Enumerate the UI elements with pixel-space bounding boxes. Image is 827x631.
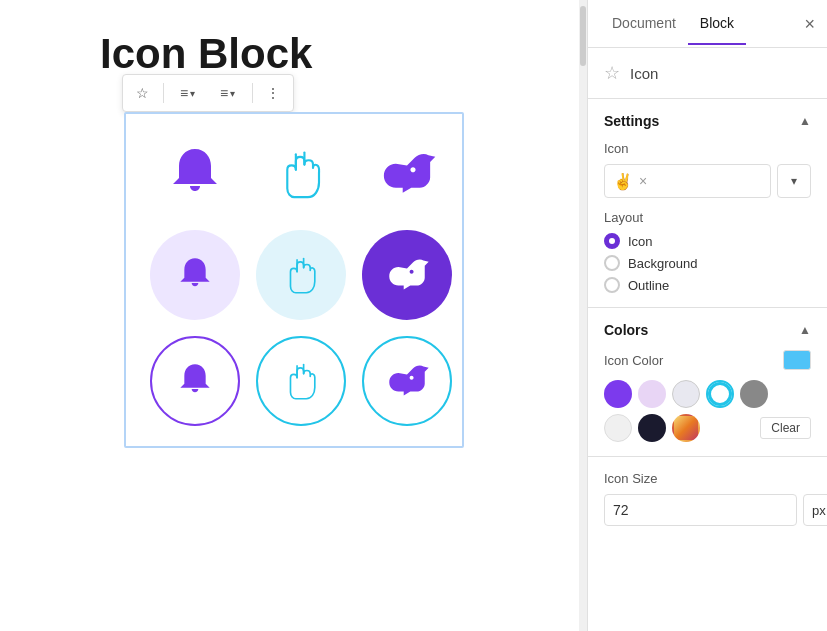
- peace-plain: [261, 134, 341, 214]
- scrollbar[interactable]: [579, 0, 587, 631]
- size-unit-selector[interactable]: px ▾: [803, 494, 827, 526]
- canvas-area: Icon Block ☆ ≡ ▾ ≡ ▾ ⋮: [0, 0, 587, 631]
- radio-background[interactable]: [604, 255, 620, 271]
- swatch-white[interactable]: [604, 414, 632, 442]
- size-input[interactable]: [604, 494, 797, 526]
- bell-plain: [155, 134, 235, 214]
- icon-dropdown-button[interactable]: ▾: [777, 164, 811, 198]
- icon-header-label: Icon: [630, 65, 658, 82]
- right-panel: Document Block × ☆ Icon Settings ▲ Icon …: [587, 0, 827, 631]
- swatch-light-gray[interactable]: [672, 380, 700, 408]
- swatch-gradient[interactable]: [672, 414, 700, 442]
- tab-block[interactable]: Block: [688, 3, 746, 45]
- radio-icon[interactable]: [604, 233, 620, 249]
- layout-options: Icon Background Outline: [604, 233, 811, 293]
- settings-header: Settings ▲: [604, 113, 811, 129]
- block-toolbar: ☆ ≡ ▾ ≡ ▾ ⋮: [122, 74, 294, 112]
- page-title: Icon Block: [100, 30, 312, 78]
- dove-plain: [367, 134, 447, 214]
- icon-selector-field[interactable]: ✌ ×: [604, 164, 771, 198]
- swatch-lavender[interactable]: [638, 380, 666, 408]
- swatch-cyan[interactable]: [706, 380, 734, 408]
- peace-outline: [256, 336, 346, 426]
- swatch-gray[interactable]: [740, 380, 768, 408]
- color-swatches-row1: [604, 380, 811, 408]
- size-unit-label: px: [812, 503, 826, 518]
- icon-color-label: Icon Color: [604, 353, 775, 368]
- dove-bg: [362, 230, 452, 320]
- panel-close-button[interactable]: ×: [804, 15, 815, 33]
- align-button[interactable]: ≡ ▾: [210, 79, 246, 107]
- settings-section: Settings ▲ Icon ✌ × ▾ Layout Icon Backgr…: [588, 99, 827, 308]
- list-style-button[interactable]: ≡ ▾: [170, 79, 206, 107]
- align-arrow: ▾: [230, 88, 235, 99]
- icons-grid: [150, 134, 438, 426]
- colors-header: Colors ▲: [604, 322, 811, 338]
- clear-button[interactable]: Clear: [760, 417, 811, 439]
- dove-outline: [362, 336, 452, 426]
- settings-title: Settings: [604, 113, 659, 129]
- panel-icon-header: ☆ Icon: [588, 48, 827, 99]
- icon-selector: ✌ × ▾: [604, 164, 811, 198]
- tab-document[interactable]: Document: [600, 3, 688, 45]
- radio-outline[interactable]: [604, 277, 620, 293]
- icon-block: [124, 112, 464, 448]
- scroll-thumb[interactable]: [580, 6, 586, 66]
- icon-clear-button[interactable]: ×: [639, 174, 647, 188]
- icon-color-swatch[interactable]: [783, 350, 811, 370]
- swatch-dark[interactable]: [638, 414, 666, 442]
- layout-background-label: Background: [628, 256, 697, 271]
- icon-field-label: Icon: [604, 141, 811, 156]
- layout-outline-label: Outline: [628, 278, 669, 293]
- panel-tabs: Document Block ×: [588, 0, 827, 48]
- bell-bg: [150, 230, 240, 320]
- layout-option-icon[interactable]: Icon: [604, 233, 811, 249]
- color-swatches-row2: Clear: [604, 414, 811, 442]
- size-input-row: px ▾: [604, 494, 811, 526]
- layout-icon-label: Icon: [628, 234, 653, 249]
- peace-bg: [256, 230, 346, 320]
- list-icon: ≡: [180, 85, 188, 101]
- divider: [163, 83, 164, 103]
- list-arrow: ▾: [190, 88, 195, 99]
- colors-section: Colors ▲ Icon Color Clear: [588, 308, 827, 457]
- selected-icon-emoji: ✌: [613, 172, 633, 191]
- layout-label: Layout: [604, 210, 811, 225]
- align-icon: ≡: [220, 85, 228, 101]
- icon-size-section: Icon Size px ▾: [588, 457, 827, 540]
- layout-option-outline[interactable]: Outline: [604, 277, 811, 293]
- divider2: [252, 83, 253, 103]
- settings-toggle[interactable]: ▲: [799, 114, 811, 128]
- star-button[interactable]: ☆: [129, 79, 157, 107]
- layout-option-background[interactable]: Background: [604, 255, 811, 271]
- colors-title: Colors: [604, 322, 648, 338]
- swatch-purple[interactable]: [604, 380, 632, 408]
- colors-toggle[interactable]: ▲: [799, 323, 811, 337]
- bell-outline: [150, 336, 240, 426]
- star-icon: ☆: [604, 62, 620, 84]
- icon-color-row: Icon Color: [604, 350, 811, 370]
- more-button[interactable]: ⋮: [259, 79, 287, 107]
- size-label: Icon Size: [604, 471, 811, 486]
